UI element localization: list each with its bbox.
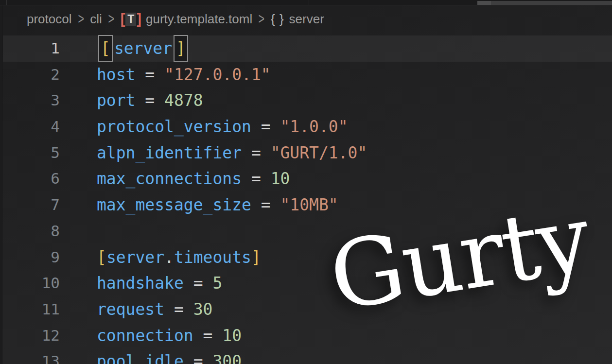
- line-number: 1: [3, 35, 60, 62]
- code-text: [server.timeouts]: [97, 248, 261, 267]
- token-number: 4878: [164, 91, 203, 110]
- breadcrumb-file[interactable]: [T] gurty.template.toml: [121, 12, 253, 27]
- tab-divider: [309, 0, 309, 5]
- code-line[interactable]: 10handshake = 5: [3, 270, 612, 296]
- breadcrumb-file-name: gurty.template.toml: [146, 12, 252, 27]
- code-line[interactable]: 1[server]: [3, 35, 612, 62]
- token-punct: =: [135, 65, 164, 84]
- token-punct: =: [251, 195, 280, 214]
- token-bracket: [: [97, 248, 106, 267]
- code-line[interactable]: 4protocol_version = "1.0.0": [3, 114, 612, 140]
- editor-left-border: [0, 5, 2, 364]
- breadcrumb-folder-cli[interactable]: cli: [90, 12, 102, 27]
- token-punct: =: [242, 169, 271, 188]
- tab-divider: [6, 0, 7, 5]
- token-string: "1.0.0": [280, 117, 348, 136]
- toml-icon-letter: T: [125, 13, 136, 26]
- token-key: max_connections: [97, 169, 242, 188]
- line-number: 6: [3, 166, 60, 192]
- code-line[interactable]: 3port = 4878: [3, 87, 612, 114]
- token-key: server: [106, 248, 164, 267]
- tab-bar-edge: [0, 0, 612, 5]
- token-punct: =: [184, 352, 213, 364]
- token-key: pool_idle: [97, 352, 184, 364]
- token-string: "10MB": [280, 195, 338, 214]
- code-text: alpn_identifier = "GURT/1.0": [97, 143, 367, 162]
- line-number: 3: [3, 87, 60, 114]
- code-line[interactable]: 8: [3, 218, 612, 244]
- code-text: max_connections = 10: [97, 169, 290, 188]
- line-number: 4: [3, 114, 60, 140]
- line-number: 10: [3, 270, 60, 296]
- code-text: host = "127.0.0.1": [97, 65, 271, 84]
- breadcrumb-symbol-server[interactable]: { } server: [271, 12, 324, 27]
- code-area[interactable]: 1[server]2host = "127.0.0.1"3port = 4878…: [3, 33, 612, 364]
- token-key: handshake: [97, 274, 184, 293]
- chevron-right-icon: >: [78, 11, 84, 28]
- line-number: 8: [3, 218, 60, 244]
- chevron-right-icon: >: [259, 11, 265, 28]
- token-punct: =: [242, 143, 271, 162]
- token-number: 5: [212, 274, 222, 293]
- token-key: timeouts: [174, 248, 251, 267]
- token-key: alpn_identifier: [97, 143, 242, 162]
- code-line[interactable]: 12connection = 10: [3, 323, 612, 349]
- toml-icon-left-bracket: [: [121, 12, 125, 26]
- breadcrumb: protocol > cli > [T] gurty.template.toml…: [3, 5, 612, 33]
- line-number: 12: [3, 323, 60, 349]
- token-string: "127.0.0.1": [164, 65, 271, 84]
- token-key: request: [97, 300, 164, 319]
- token-bracket: ]: [251, 248, 261, 267]
- token-number: 10: [271, 169, 290, 188]
- code-line[interactable]: 11request = 30: [3, 296, 612, 323]
- token-string: "GURT/1.0": [271, 143, 367, 162]
- braces-icon: { }: [271, 12, 284, 27]
- code-text: pool_idle = 300: [97, 352, 242, 364]
- token-punct: =: [164, 300, 193, 319]
- code-text: max_message_size = "10MB": [97, 195, 338, 214]
- scrollbar-track-fragment: [477, 1, 612, 5]
- code-line[interactable]: 6max_connections = 10: [3, 166, 612, 192]
- scrollbar-thumb[interactable]: [477, 1, 491, 5]
- token-bracket: ]: [175, 36, 187, 61]
- token-punct: =: [184, 274, 213, 293]
- code-line[interactable]: 2host = "127.0.0.1": [3, 62, 612, 88]
- token-number: 300: [212, 352, 242, 364]
- code-line[interactable]: 7max_message_size = "10MB": [3, 192, 612, 218]
- token-number: 10: [222, 326, 242, 345]
- token-number: 30: [193, 300, 213, 319]
- code-text: port = 4878: [97, 91, 203, 110]
- code-text: request = 30: [97, 300, 212, 319]
- token-punct: =: [193, 326, 223, 345]
- token-key: protocol_version: [97, 117, 251, 136]
- code-text: connection = 10: [97, 326, 242, 345]
- line-number: 2: [3, 62, 60, 88]
- token-punct: =: [135, 91, 164, 110]
- token-key: server: [114, 39, 172, 58]
- code-line[interactable]: 13pool_idle = 300: [3, 348, 612, 364]
- toml-file-icon: [T]: [121, 12, 141, 26]
- line-number: 7: [3, 192, 60, 218]
- line-number: 5: [3, 140, 60, 166]
- chevron-right-icon: >: [108, 11, 114, 28]
- token-key: connection: [97, 326, 193, 345]
- line-number: 13: [3, 348, 60, 364]
- code-line[interactable]: 9[server.timeouts]: [3, 244, 612, 271]
- token-punct: .: [164, 248, 174, 267]
- code-text: protocol_version = "1.0.0": [97, 117, 348, 136]
- token-bracket: [: [99, 36, 112, 61]
- line-number: 11: [3, 296, 60, 323]
- breadcrumb-symbol-label: server: [289, 12, 324, 27]
- breadcrumb-folder-protocol[interactable]: protocol: [27, 12, 72, 27]
- token-key: max_message_size: [97, 195, 251, 214]
- line-number: 9: [3, 244, 60, 271]
- token-key: port: [97, 91, 135, 110]
- code-line[interactable]: 5alpn_identifier = "GURT/1.0": [3, 140, 612, 166]
- toml-icon-right-bracket: ]: [137, 12, 141, 26]
- code-text: handshake = 5: [97, 274, 222, 293]
- code-text: [server]: [97, 39, 190, 58]
- token-key: host: [97, 65, 135, 84]
- token-punct: =: [251, 117, 280, 136]
